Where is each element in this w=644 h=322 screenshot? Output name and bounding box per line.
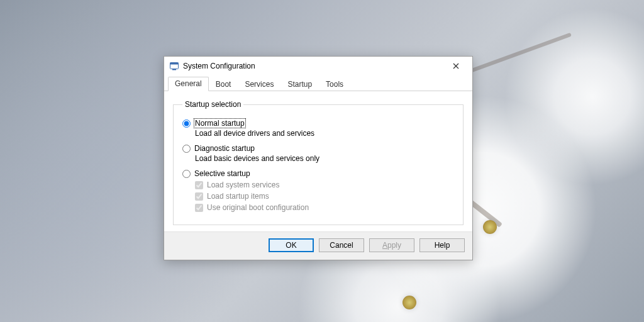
tab-boot[interactable]: Boot <box>209 77 238 91</box>
sub-load-startup-items: Load startup items <box>195 192 454 201</box>
button-label: Help <box>435 241 450 250</box>
window-title: System Configuration <box>183 62 443 70</box>
tab-general[interactable]: General <box>168 77 209 91</box>
button-label: OK <box>286 241 296 250</box>
desc-diagnostic: Load basic devices and services only <box>195 154 454 163</box>
radio-diagnostic-label: Diagnostic startup <box>194 144 255 153</box>
cancel-button[interactable]: Cancel <box>319 238 364 252</box>
tab-label: Services <box>245 80 274 89</box>
option-diagnostic-startup[interactable]: Diagnostic startup <box>182 144 454 153</box>
radio-selective-label: Selective startup <box>194 169 250 178</box>
ok-button[interactable]: OK <box>269 238 314 252</box>
app-icon <box>169 61 179 71</box>
svg-rect-1 <box>170 63 179 65</box>
check-boot-config-label: Use original boot configuration <box>207 203 309 212</box>
sub-load-system-services: Load system services <box>195 180 454 189</box>
check-system-services-label: Load system services <box>207 180 279 189</box>
tab-label: Tools <box>326 80 343 89</box>
group-legend: Startup selection <box>182 100 243 109</box>
svg-rect-2 <box>172 69 176 70</box>
button-label-rest: pply <box>387 241 401 250</box>
button-row: OK Cancel Apply Help <box>164 231 472 260</box>
system-configuration-window: System Configuration General Boot Servic… <box>164 56 473 260</box>
close-icon <box>453 63 459 69</box>
help-button[interactable]: Help <box>419 238 465 252</box>
close-button[interactable] <box>443 58 469 74</box>
sub-original-boot-config: Use original boot configuration <box>195 203 454 212</box>
tab-label: Startup <box>287 80 312 89</box>
radio-normal-label: Normal startup <box>194 119 245 128</box>
check-startup-items-label: Load startup items <box>207 192 269 201</box>
check-system-services <box>195 181 203 189</box>
titlebar[interactable]: System Configuration <box>164 57 472 75</box>
button-label: Cancel <box>330 241 353 250</box>
check-startup-items <box>195 192 203 201</box>
tab-startup[interactable]: Startup <box>280 77 319 91</box>
radio-diagnostic[interactable] <box>182 145 191 153</box>
tab-content: Startup selection Normal startup Load al… <box>164 91 472 231</box>
tab-tools[interactable]: Tools <box>319 77 350 91</box>
tab-label: Boot <box>216 80 231 89</box>
radio-normal[interactable] <box>182 119 191 128</box>
tab-label: General <box>175 79 202 88</box>
option-selective-startup[interactable]: Selective startup <box>182 169 454 178</box>
startup-selection-group: Startup selection Normal startup Load al… <box>173 100 464 225</box>
button-label-accesskey: A <box>382 241 387 250</box>
check-boot-config <box>195 204 203 212</box>
tab-strip: General Boot Services Startup Tools <box>164 75 472 91</box>
option-normal-startup[interactable]: Normal startup <box>182 119 454 128</box>
desc-normal: Load all device drivers and services <box>195 129 454 138</box>
apply-button: Apply <box>369 238 414 252</box>
desktop-wallpaper: System Configuration General Boot Servic… <box>0 0 644 322</box>
tab-services[interactable]: Services <box>238 77 280 91</box>
radio-selective[interactable] <box>182 170 191 178</box>
